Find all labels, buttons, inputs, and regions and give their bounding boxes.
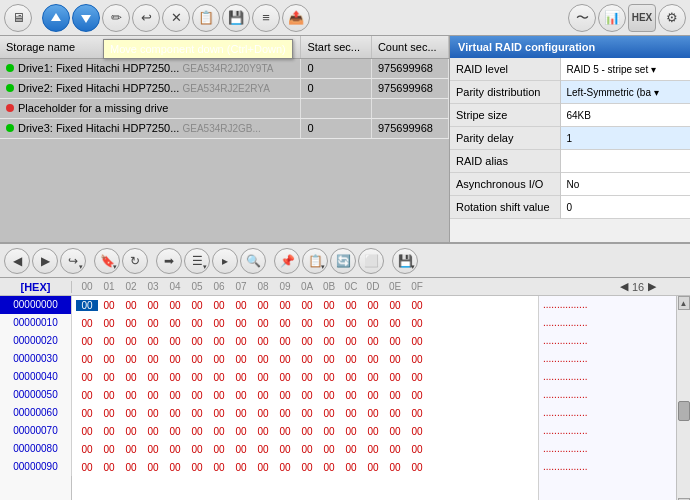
table-row[interactable]: Drive2: Fixed Hitachi HDP7250... GEA534R…: [0, 78, 449, 98]
save-btn[interactable]: 💾: [222, 4, 250, 32]
hex-byte[interactable]: 00: [142, 462, 164, 473]
hex-byte[interactable]: 00: [120, 300, 142, 311]
hex-byte[interactable]: 00: [230, 300, 252, 311]
hex-byte[interactable]: 00: [120, 462, 142, 473]
hex-byte[interactable]: 00: [318, 426, 340, 437]
save2-btn[interactable]: 💾 ▾: [392, 248, 418, 274]
refresh-btn[interactable]: 🔄: [330, 248, 356, 274]
hex-bytes-row[interactable]: 00000000000000000000000000000000: [72, 440, 538, 458]
hex-byte[interactable]: 00: [274, 462, 296, 473]
hex-byte[interactable]: 00: [208, 408, 230, 419]
hex-byte[interactable]: 00: [120, 444, 142, 455]
hex-byte[interactable]: 00: [384, 444, 406, 455]
hex-byte[interactable]: 00: [76, 444, 98, 455]
hex-byte[interactable]: 00: [296, 462, 318, 473]
hex-byte[interactable]: 00: [406, 354, 428, 365]
search-btn[interactable]: ▸: [212, 248, 238, 274]
hex-byte[interactable]: 00: [208, 354, 230, 365]
hex-byte[interactable]: 00: [274, 426, 296, 437]
hex-byte[interactable]: 00: [406, 390, 428, 401]
hex-byte[interactable]: 00: [384, 336, 406, 347]
hex-byte[interactable]: 00: [120, 354, 142, 365]
hex-byte[interactable]: 00: [120, 336, 142, 347]
hex-byte[interactable]: 00: [164, 408, 186, 419]
hex-byte[interactable]: 00: [318, 444, 340, 455]
hex-bytes-row[interactable]: 00000000000000000000000000000000: [72, 296, 538, 314]
hex-byte[interactable]: 00: [318, 462, 340, 473]
hex-byte[interactable]: 00: [230, 336, 252, 347]
export-btn[interactable]: 📤: [282, 4, 310, 32]
hex-byte[interactable]: 00: [340, 444, 362, 455]
hex-byte[interactable]: 00: [340, 372, 362, 383]
hex-byte[interactable]: 00: [362, 336, 384, 347]
hex-byte[interactable]: 00: [340, 426, 362, 437]
hex-byte[interactable]: 00: [164, 318, 186, 329]
close-btn[interactable]: ✕: [162, 4, 190, 32]
hex-byte[interactable]: 00: [340, 300, 362, 311]
hex-byte[interactable]: 00: [274, 318, 296, 329]
hex-byte[interactable]: 00: [406, 408, 428, 419]
hex-byte[interactable]: 00: [406, 372, 428, 383]
hex-byte[interactable]: 00: [230, 408, 252, 419]
hex-bytes-row[interactable]: 00000000000000000000000000000000: [72, 332, 538, 350]
waveform-btn[interactable]: 〜: [568, 4, 596, 32]
hex-byte[interactable]: 00: [406, 318, 428, 329]
list-btn[interactable]: ☰▾: [184, 248, 210, 274]
hex-byte[interactable]: 00: [98, 372, 120, 383]
hex-bytes-row[interactable]: 00000000000000000000000000000000: [72, 404, 538, 422]
hex-byte[interactable]: 00: [142, 444, 164, 455]
hex-byte[interactable]: 00: [76, 426, 98, 437]
hex-byte[interactable]: 00: [318, 336, 340, 347]
hex-byte[interactable]: 00: [274, 444, 296, 455]
hex-byte[interactable]: 00: [362, 318, 384, 329]
hex-byte[interactable]: 00: [296, 318, 318, 329]
hex-byte[interactable]: 00: [208, 300, 230, 311]
hex-byte[interactable]: 00: [186, 300, 208, 311]
hex-byte[interactable]: 00: [252, 354, 274, 365]
hex-byte[interactable]: 00: [208, 462, 230, 473]
hex-byte[interactable]: 00: [274, 372, 296, 383]
hex-byte[interactable]: 00: [318, 354, 340, 365]
hex-byte[interactable]: 00: [230, 318, 252, 329]
hex-byte[interactable]: 00: [208, 336, 230, 347]
hex-byte[interactable]: 00: [384, 390, 406, 401]
hex-byte[interactable]: 00: [384, 426, 406, 437]
chart-btn[interactable]: 📊: [598, 4, 626, 32]
hex-byte[interactable]: 00: [230, 390, 252, 401]
hex-byte[interactable]: 00: [164, 336, 186, 347]
hex-byte[interactable]: 00: [318, 408, 340, 419]
hex-byte[interactable]: 00: [362, 444, 384, 455]
hex-bytes[interactable]: 0000000000000000000000000000000000000000…: [72, 296, 538, 500]
copy-btn[interactable]: 📋: [192, 4, 220, 32]
hex-byte[interactable]: 00: [406, 336, 428, 347]
hex-byte[interactable]: 00: [362, 372, 384, 383]
hex-byte[interactable]: 00: [142, 390, 164, 401]
hex-byte[interactable]: 00: [340, 462, 362, 473]
hex-byte[interactable]: 00: [142, 336, 164, 347]
hex-byte[interactable]: 00: [98, 390, 120, 401]
move-down-button[interactable]: Move component down (Ctrl+Down): [72, 4, 100, 32]
hex-byte[interactable]: 00: [208, 372, 230, 383]
hex-byte[interactable]: 00: [252, 318, 274, 329]
hex-byte[interactable]: 00: [142, 318, 164, 329]
find-btn[interactable]: 🔍: [240, 248, 266, 274]
hex-byte[interactable]: 00: [98, 408, 120, 419]
hex-byte[interactable]: 00: [296, 426, 318, 437]
hex-byte[interactable]: 00: [164, 426, 186, 437]
hex-byte[interactable]: 00: [186, 318, 208, 329]
hex-byte[interactable]: 00: [296, 300, 318, 311]
hex-byte[interactable]: 00: [384, 300, 406, 311]
hex-byte[interactable]: 00: [120, 372, 142, 383]
hex-byte[interactable]: 00: [164, 462, 186, 473]
hex-byte[interactable]: 00: [296, 336, 318, 347]
hex-byte[interactable]: 00: [274, 336, 296, 347]
layers-btn[interactable]: ≡: [252, 4, 280, 32]
hex-byte[interactable]: 00: [98, 336, 120, 347]
hex-byte[interactable]: 00: [384, 318, 406, 329]
hex-byte[interactable]: 00: [252, 462, 274, 473]
hex-byte[interactable]: 00: [340, 318, 362, 329]
hex-byte[interactable]: 00: [186, 372, 208, 383]
hex-byte[interactable]: 00: [186, 354, 208, 365]
hex-byte[interactable]: 00: [296, 354, 318, 365]
navigate-btn[interactable]: ➡: [156, 248, 182, 274]
